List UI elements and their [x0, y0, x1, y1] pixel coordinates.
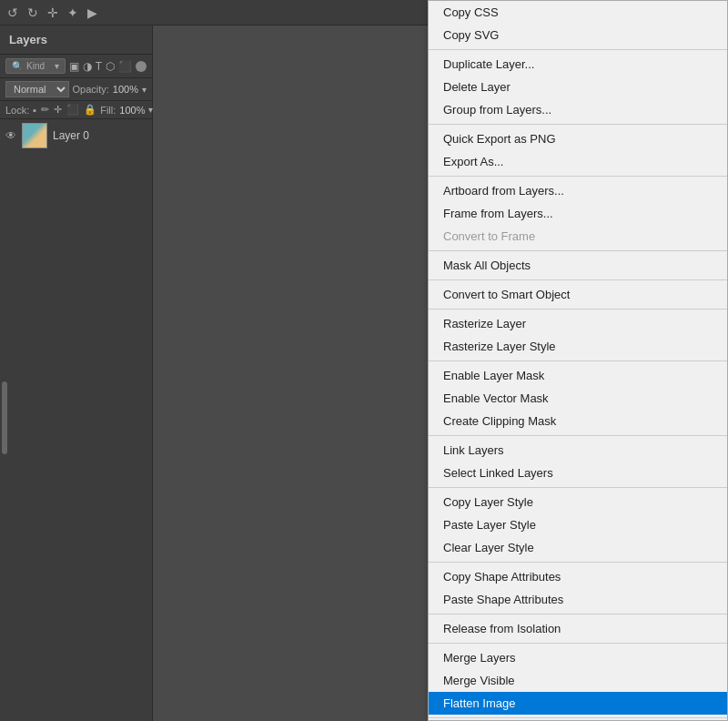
menu-item-mask-all-objects[interactable]: Mask All Objects	[429, 254, 727, 277]
rotate-back-icon[interactable]: ↺	[7, 5, 18, 20]
menu-separator	[429, 562, 727, 563]
menu-item-artboard-from-layers[interactable]: Artboard from Layers...	[429, 179, 727, 202]
main-area: Layers 🔍 Kind ▾ ▣ ◑ T ⬡ ⬛ Normal Opaci	[0, 25, 728, 721]
menu-item-enable-layer-mask[interactable]: Enable Layer Mask	[429, 364, 727, 387]
fill-value: 100%	[119, 105, 145, 116]
layer-visibility-icon[interactable]: 👁	[5, 129, 16, 142]
opacity-label: Opacity:	[73, 84, 109, 95]
lock-icons-group: ▪ ✏ ✛ ⬛ 🔒	[33, 104, 96, 116]
layers-lock-bar: Lock: ▪ ✏ ✛ ⬛ 🔒 Fill: 100% ▾	[0, 101, 152, 119]
lock-move-icon[interactable]: ✛	[54, 104, 62, 116]
lock-artboard-icon[interactable]: ⬛	[66, 104, 79, 116]
menu-separator	[429, 643, 727, 644]
rotate-forward-icon[interactable]: ↻	[27, 5, 38, 20]
opacity-chevron[interactable]: ▾	[142, 85, 147, 95]
video-icon[interactable]: ▶	[87, 5, 97, 20]
menu-item-merge-layers[interactable]: Merge Layers	[429, 646, 727, 669]
menu-item-convert-smart-object[interactable]: Convert to Smart Object	[429, 283, 727, 306]
filter-text-icon[interactable]: T	[96, 60, 102, 73]
menu-item-delete-layer[interactable]: Delete Layer	[429, 76, 727, 98]
menu-item-frame-from-layers[interactable]: Frame from Layers...	[429, 202, 727, 225]
menu-separator	[429, 360, 727, 361]
menu-separator	[429, 176, 727, 177]
menu-item-convert-to-frame: Convert to Frame	[429, 225, 727, 248]
menu-item-release-from-isolation[interactable]: Release from Isolation	[429, 617, 727, 640]
filter-shape-icon[interactable]: ⬡	[106, 60, 115, 73]
menu-separator	[429, 717, 727, 718]
menu-item-merge-visible[interactable]: Merge Visible	[429, 669, 727, 692]
menu-item-export-as[interactable]: Export As...	[429, 150, 727, 173]
menu-item-paste-layer-style[interactable]: Paste Layer Style	[429, 513, 727, 536]
opacity-value: 100%	[113, 84, 138, 95]
menu-separator	[429, 124, 727, 125]
menu-item-rasterize-layer-style[interactable]: Rasterize Layer Style	[429, 335, 727, 358]
menu-separator	[429, 435, 727, 436]
menu-item-create-clipping-mask[interactable]: Create Clipping Mask	[429, 410, 727, 432]
menu-item-copy-layer-style[interactable]: Copy Layer Style	[429, 491, 727, 513]
search-kind-label: Kind	[26, 61, 45, 71]
context-menu: Copy CSSCopy SVGDuplicate Layer...Delete…	[428, 25, 728, 721]
lock-label: Lock:	[5, 105, 29, 116]
search-box[interactable]: 🔍 Kind ▾	[5, 58, 66, 74]
blend-mode-select[interactable]: Normal	[5, 81, 69, 97]
menu-separator	[429, 487, 727, 488]
menu-item-group-from-layers[interactable]: Group from Layers...	[429, 98, 727, 121]
menu-separator	[429, 614, 727, 614]
menu-item-paste-shape-attributes[interactable]: Paste Shape Attributes	[429, 588, 727, 611]
menu-item-copy-shape-attributes[interactable]: Copy Shape Attributes	[429, 565, 727, 588]
menu-item-rasterize-layer[interactable]: Rasterize Layer	[429, 312, 727, 335]
menu-item-copy-svg[interactable]: Copy SVG	[429, 25, 727, 46]
filter-smart-icon[interactable]: ⬛	[118, 60, 132, 73]
menu-item-flatten-image[interactable]: Flatten Image	[429, 692, 727, 715]
search-icon: 🔍	[12, 61, 23, 71]
filter-adjust-icon[interactable]: ◑	[83, 60, 92, 73]
menu-item-select-linked-layers[interactable]: Select Linked Layers	[429, 462, 727, 484]
menu-item-enable-vector-mask[interactable]: Enable Vector Mask	[429, 387, 727, 410]
scroll-thumb[interactable]	[2, 381, 7, 454]
search-dropdown-arrow: ▾	[55, 61, 59, 71]
menu-item-clear-layer-style[interactable]: Clear Layer Style	[429, 536, 727, 559]
menu-item-link-layers[interactable]: Link Layers	[429, 439, 727, 462]
layers-panel-title: Layers	[0, 25, 152, 55]
menu-separator	[429, 279, 727, 280]
lock-all-icon[interactable]: 🔒	[84, 104, 96, 116]
layer-name: Layer 0	[53, 129, 89, 142]
filter-pixel-icon[interactable]: ▣	[69, 60, 79, 73]
menu-item-duplicate-layer[interactable]: Duplicate Layer...	[429, 53, 727, 76]
move-icon[interactable]: ✛	[47, 5, 58, 20]
lock-pixels-icon[interactable]: ▪	[33, 105, 36, 116]
layer-thumbnail	[22, 123, 47, 148]
filter-toggle[interactable]	[136, 61, 147, 72]
menu-separator	[429, 49, 727, 50]
layers-panel: Layers 🔍 Kind ▾ ▣ ◑ T ⬡ ⬛ Normal Opaci	[0, 25, 153, 721]
menu-item-quick-export-png[interactable]: Quick Export as PNG	[429, 127, 727, 150]
layers-blend-bar: Normal Opacity: 100% ▾	[0, 78, 152, 101]
layer-item-0[interactable]: 👁 Layer 0	[0, 119, 152, 152]
menu-separator	[429, 250, 727, 251]
lock-paint-icon[interactable]: ✏	[41, 104, 49, 116]
layers-search-bar: 🔍 Kind ▾ ▣ ◑ T ⬡ ⬛	[0, 55, 152, 78]
filter-icons: ▣ ◑ T ⬡ ⬛	[69, 60, 147, 73]
layers-scroll-area	[0, 152, 152, 721]
menu-separator	[429, 309, 727, 310]
layers-title-text: Layers	[9, 33, 47, 46]
star-icon[interactable]: ✦	[67, 5, 78, 20]
fill-label: Fill:	[100, 105, 116, 116]
